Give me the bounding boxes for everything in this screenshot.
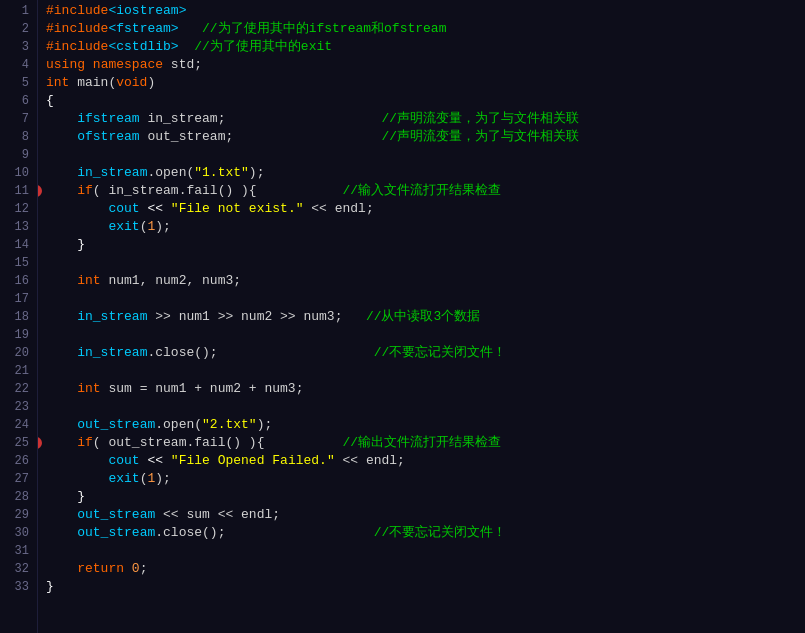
token: in_stream; [140,110,226,128]
indent [46,236,77,254]
line-number: 16 [0,272,29,290]
token: //不要忘记关闭文件！ [225,524,506,542]
token: { [46,92,54,110]
token: sum = num1 + num2 + num3; [101,380,304,398]
code-line: in_stream.open("1.txt"); [46,164,805,182]
line-number: 9 [0,146,29,164]
token: return [77,560,124,578]
token: ( in_stream.fail() ){ [93,182,257,200]
token: ); [155,218,171,236]
code-line: using namespace std; [46,56,805,74]
indent [46,470,108,488]
code-line: } [46,488,805,506]
code-editor: 1234567891011121314151617181920212223242… [0,0,805,633]
line-number: 27 [0,470,29,488]
token: using [46,56,85,74]
indent [46,380,77,398]
code-line: if( in_stream.fail() ){ //输入文件流打开结果检查 [46,182,805,200]
token: ); [249,164,265,182]
token: #include [46,20,108,38]
indent [46,218,108,236]
line-number: 14 [0,236,29,254]
token: out_stream; [140,128,234,146]
token: <cstdlib> [108,38,178,56]
line-number: 12 [0,200,29,218]
token: //为了使用其中的exit [179,38,332,56]
token: ) [147,74,155,92]
code-line: ofstream out_stream; //声明流变量，为了与文件相关联 [46,128,805,146]
token: << [140,452,171,470]
code-line: #include<iostream> [46,2,805,20]
code-line [46,326,805,344]
indent [46,434,77,452]
token: if [77,182,93,200]
line-number: 23 [0,398,29,416]
token: cout [108,200,139,218]
token: exit [108,218,139,236]
token: //不要忘记关闭文件！ [218,344,507,362]
token: //输出文件流打开结果检查 [264,434,501,452]
token: } [46,578,54,596]
token: namespace [93,56,163,74]
line-number-gutter: 1234567891011121314151617181920212223242… [0,0,38,633]
indent [46,308,77,326]
token: ( [140,218,148,236]
line-number: 7 [0,110,29,128]
token: ); [257,416,273,434]
line-number: 32 [0,560,29,578]
line-number: 19 [0,326,29,344]
line-number: 8 [0,128,29,146]
code-line: #include<cstdlib> //为了使用其中的exit [46,38,805,56]
token: } [77,236,85,254]
code-area[interactable]: #include<iostream>#include<fstream> //为了… [38,0,805,633]
token: .close(); [155,524,225,542]
indent [46,452,108,470]
line-number: 6 [0,92,29,110]
code-line: out_stream << sum << endl; [46,506,805,524]
code-line [46,254,805,272]
token: .open( [147,164,194,182]
line-number: 21 [0,362,29,380]
indent [46,416,77,434]
token: cout [108,452,139,470]
line-number: 20 [0,344,29,362]
code-line: exit(1); [46,470,805,488]
indent [46,488,77,506]
breakpoint-marker [38,437,42,449]
token: exit [108,470,139,488]
token: <fstream> [108,20,178,38]
token: "File Opened Failed." [171,452,335,470]
token: ); [155,470,171,488]
token: ofstream [77,128,139,146]
indent [46,506,77,524]
line-number: 5 [0,74,29,92]
token: in_stream [77,164,147,182]
token [85,56,93,74]
token: 1 [147,218,155,236]
code-line: out_stream.open("2.txt"); [46,416,805,434]
token: std; [163,56,202,74]
indent [46,128,77,146]
line-number: 22 [0,380,29,398]
code-line: cout << "File not exist." << endl; [46,200,805,218]
code-line: ifstream in_stream; //声明流变量，为了与文件相关联 [46,110,805,128]
line-number: 28 [0,488,29,506]
token: .close(); [147,344,217,362]
token: #include [46,2,108,20]
code-line: { [46,92,805,110]
indent [46,110,77,128]
token: .open( [155,416,202,434]
code-line [46,362,805,380]
token: int [77,380,100,398]
token: ifstream [77,110,139,128]
code-line: int sum = num1 + num2 + num3; [46,380,805,398]
code-line [46,290,805,308]
token: //输入文件流打开结果检查 [257,182,501,200]
code-line [46,398,805,416]
token: #include [46,38,108,56]
token: out_stream [77,506,155,524]
line-number: 24 [0,416,29,434]
code-line: #include<fstream> //为了使用其中的ifstream和ofst… [46,20,805,38]
code-line: in_stream.close(); //不要忘记关闭文件！ [46,344,805,362]
line-number: 1 [0,2,29,20]
